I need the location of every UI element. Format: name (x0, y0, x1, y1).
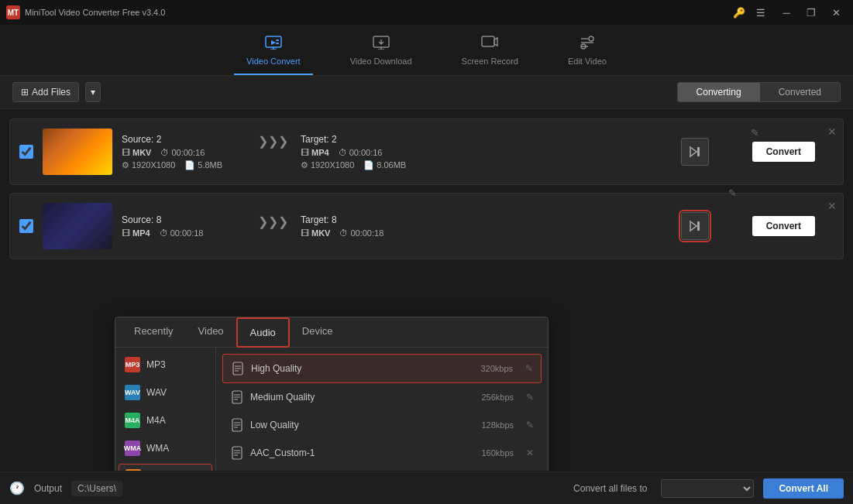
quality-item-medium[interactable]: Medium Quality 256kbps ✎ (222, 383, 542, 411)
tab-converted[interactable]: Converted (760, 83, 840, 101)
target-edit-icon-2[interactable]: ✎ (728, 187, 737, 199)
source-resolution-1: ⚙ 1920X1080 (122, 160, 175, 170)
film-icon-1: 🎞 (122, 148, 130, 157)
film-icon-2: 🎞 (122, 228, 130, 238)
res-icon-1: ⚙ (122, 160, 129, 170)
title-bar-extra: 🔑 ☰ (731, 4, 769, 21)
convert-all-button[interactable]: Convert All (763, 478, 844, 499)
add-files-dropdown-button[interactable]: ▾ (85, 82, 101, 102)
toolbar: ⊞ Add Files ▾ Converting Converted (0, 76, 853, 109)
wav-label: WAV (146, 387, 167, 398)
close-button[interactable]: ✕ (825, 4, 847, 21)
quality-edit-high[interactable]: ✎ (525, 363, 533, 374)
file-card-1: ✕ Source: 2 🎞 MKV ⏱ 00:00:16 (9, 118, 844, 185)
dropdown-tab-device[interactable]: Device (290, 317, 346, 348)
file-thumb-1 (43, 129, 112, 175)
svg-rect-4 (482, 36, 494, 46)
source-duration-1: ⏱ 00:00:16 (160, 148, 205, 157)
file-card-2-close[interactable]: ✕ (827, 200, 837, 212)
source-target-1: Source: 2 🎞 MKV ⏱ 00:00:16 (122, 134, 669, 170)
film-icon-target-2: 🎞 (301, 228, 309, 238)
clock-icon-target-2: ⏱ (339, 228, 348, 238)
quality-file-icon-custom1 (230, 445, 244, 461)
dropdown-tab-recently[interactable]: Recently (122, 317, 186, 348)
clock-icon-2: ⏱ (160, 228, 168, 238)
tab-converting[interactable]: Converting (678, 83, 760, 101)
restore-button[interactable]: ❐ (800, 4, 822, 21)
clock-icon-1: ⏱ (160, 148, 169, 157)
target-edit-icon-1[interactable]: ✎ (751, 127, 759, 139)
title-bar: MT MiniTool Video Converter Free v3.4.0 … (0, 0, 853, 25)
nav-item-edit-video[interactable]: Edit Video (555, 31, 619, 75)
main-content: ✕ Source: 2 🎞 MKV ⏱ 00:00:16 (0, 109, 853, 471)
target-duration-1: ⏱ 00:00:16 (339, 148, 383, 157)
title-bar-logo: MT MiniTool Video Converter Free v3.4.0 (6, 5, 731, 19)
target-preview-btn-1[interactable] (681, 138, 709, 166)
app-logo: MT (6, 5, 20, 19)
bottom-bar: 🕐 Output C:\Users\ Convert all files to … (0, 471, 853, 504)
source-meta-2: 🎞 MP4 ⏱ 00:00:18 (122, 228, 246, 238)
svg-rect-8 (697, 221, 700, 231)
quality-item-low[interactable]: Low Quality 128kbps ✎ (222, 411, 542, 439)
minimize-button[interactable]: ─ (776, 4, 797, 21)
file-card-1-close[interactable]: ✕ (827, 125, 837, 138)
quality-file-icon-high (231, 361, 245, 376)
quality-name-high: High Quality (251, 363, 474, 374)
size-icon-target-1: 📄 (363, 160, 374, 170)
nav-item-screen-record[interactable]: Screen Record (449, 31, 531, 75)
svg-rect-7 (697, 147, 700, 156)
format-item-wma[interactable]: WMA WMA (115, 434, 215, 462)
quality-item-high[interactable]: High Quality 320kbps ✎ (222, 354, 542, 383)
file-card-1-checkbox[interactable] (19, 145, 33, 159)
svg-rect-1 (276, 39, 279, 41)
window-controls: ─ ❐ ✕ (776, 4, 847, 21)
target-format-1: 🎞 MP4 (301, 148, 329, 157)
format-item-wav[interactable]: WAV WAV (115, 379, 215, 406)
clock-output-icon[interactable]: 🕐 (9, 481, 25, 495)
target-preview-btn-2[interactable] (681, 212, 709, 240)
quality-edit-medium[interactable]: ✎ (526, 392, 534, 403)
quality-panel: High Quality 320kbps ✎ Medium Quality 25… (216, 348, 548, 471)
target-meta-1: 🎞 MP4 ⏱ 00:00:16 (301, 148, 425, 157)
quality-item-custom1[interactable]: AAC_Custom-1 160kbps ✕ (222, 439, 542, 467)
clock-icon-target-1: ⏱ (339, 148, 347, 157)
wma-icon: WMA (125, 441, 140, 456)
arrow-1: ❯❯❯ (252, 134, 294, 149)
video-convert-icon (265, 36, 282, 53)
nav-item-video-download[interactable]: Video Download (338, 31, 425, 75)
dropdown-tabs: Recently Video Audio Device (115, 317, 548, 348)
quality-bitrate-high: 320kbps (480, 364, 513, 373)
quality-delete-custom1[interactable]: ✕ (526, 447, 534, 458)
convert-all-select[interactable] (661, 479, 754, 498)
nav-label-video-download: Video Download (350, 57, 412, 66)
menu-icon[interactable]: ☰ (752, 4, 769, 21)
nav-item-video-convert[interactable]: Video Convert (234, 31, 313, 75)
target-block-2: Target: 8 🎞 MKV ⏱ 00:00:18 (301, 214, 425, 238)
source-target-2: Source: 8 🎞 MP4 ⏱ 00:00:18 ❯❯❯ (122, 214, 669, 238)
file-info-1: Source: 2 🎞 MKV ⏱ 00:00:16 (122, 134, 834, 170)
convert-button-1[interactable]: Convert (752, 142, 815, 162)
quality-bitrate-low: 128kbps (481, 420, 514, 430)
file-card-2-checkbox[interactable] (19, 219, 33, 233)
quality-item-custom2[interactable]: AAC_Custom-2 160kbps ✕ (222, 467, 542, 471)
dropdown-tab-video[interactable]: Video (186, 317, 236, 348)
dropdown-tab-audio[interactable]: Audio (236, 317, 290, 348)
quality-edit-low[interactable]: ✎ (526, 420, 534, 430)
target-meta-2: 🎞 MKV ⏱ 00:00:18 (301, 228, 425, 238)
file-info-2: Source: 8 🎞 MP4 ⏱ 00:00:18 ❯❯❯ (122, 212, 834, 240)
source-meta-1: 🎞 MKV ⏱ 00:00:16 (122, 148, 246, 157)
target-resolution-1: ⚙ 1920X1080 (301, 160, 354, 170)
edit-video-icon (579, 36, 596, 53)
format-item-m4a[interactable]: M4A M4A (115, 406, 215, 434)
output-label: Output (34, 483, 62, 494)
screen-record-icon (481, 36, 498, 53)
settings-icon[interactable]: 🔑 (731, 4, 748, 21)
file-card-2: ✕ Source: 8 🎞 MP4 ⏱ 00:00:18 (9, 193, 844, 259)
add-files-button[interactable]: ⊞ Add Files (12, 82, 79, 102)
format-item-aac[interactable]: AAC AAC (119, 464, 212, 471)
quality-name-low: Low Quality (250, 420, 475, 430)
format-item-mp3[interactable]: MP3 MP3 (115, 351, 215, 379)
file-actions-2: ✎ (681, 212, 709, 240)
nav-label-video-convert: Video Convert (246, 57, 301, 66)
convert-button-2[interactable]: Convert (752, 216, 815, 236)
